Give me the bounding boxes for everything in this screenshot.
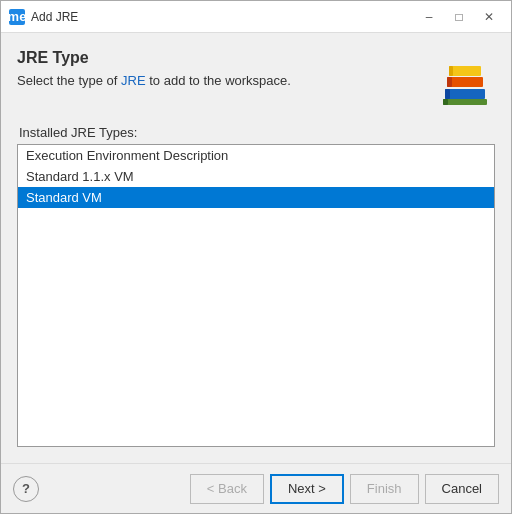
list-item[interactable]: Standard 1.1.x VM [18,166,494,187]
svg-rect-3 [447,77,452,87]
header-text: JRE Type Select the type of JRE to add t… [17,49,425,88]
header-area: JRE Type Select the type of JRE to add t… [17,49,495,109]
list-item-selected[interactable]: Standard VM [18,187,494,208]
svg-rect-1 [445,89,450,99]
list-item[interactable]: Execution Environment Description [18,145,494,166]
header-icon [435,49,495,109]
books-icon [435,49,495,109]
app-icon: me [9,9,25,25]
window-title: Add JRE [31,10,415,24]
page-title: JRE Type [17,49,425,67]
maximize-button[interactable]: □ [445,6,473,28]
window-controls: – □ ✕ [415,6,503,28]
help-button[interactable]: ? [13,476,39,502]
add-jre-window: me Add JRE – □ ✕ JRE Type Select the typ… [0,0,512,514]
svg-rect-5 [449,66,453,76]
svg-rect-0 [445,89,485,99]
main-content: JRE Type Select the type of JRE to add t… [1,33,511,463]
title-bar: me Add JRE – □ ✕ [1,1,511,33]
section-label: Installed JRE Types: [17,125,495,140]
next-button[interactable]: Next > [270,474,344,504]
navigation-buttons: < Back Next > Finish Cancel [190,474,499,504]
minimize-button[interactable]: – [415,6,443,28]
back-button[interactable]: < Back [190,474,264,504]
svg-rect-6 [443,99,487,105]
button-bar: ? < Back Next > Finish Cancel [1,463,511,513]
close-button[interactable]: ✕ [475,6,503,28]
finish-button[interactable]: Finish [350,474,419,504]
svg-rect-2 [447,77,483,87]
jre-link: JRE [121,73,146,88]
svg-rect-4 [449,66,481,76]
svg-rect-7 [443,99,448,105]
description-suffix: to add to the workspace. [146,73,291,88]
page-description: Select the type of JRE to add to the wor… [17,73,425,88]
jre-types-list[interactable]: Execution Environment Description Standa… [17,144,495,447]
description-prefix: Select the type of [17,73,121,88]
cancel-button[interactable]: Cancel [425,474,499,504]
